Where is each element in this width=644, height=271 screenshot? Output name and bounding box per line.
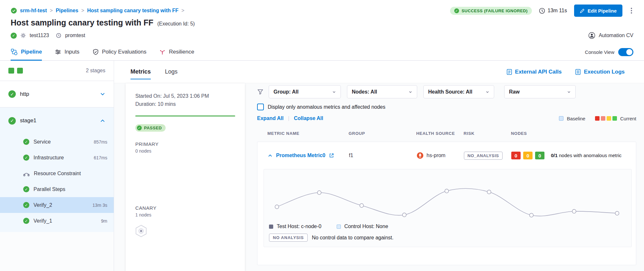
api-calls-icon bbox=[506, 69, 512, 75]
pipeline-icon bbox=[11, 48, 18, 55]
group-filter-dropdown[interactable]: Group: All bbox=[269, 85, 341, 98]
chevron-up-icon[interactable] bbox=[100, 118, 105, 124]
link-divider: | bbox=[288, 115, 289, 121]
breadcrumb-pipelines[interactable]: Pipelines bbox=[56, 8, 78, 14]
tab-logs[interactable]: Logs bbox=[165, 61, 178, 83]
anomalous-only-checkbox[interactable] bbox=[257, 104, 264, 110]
console-view-toggle[interactable] bbox=[618, 48, 633, 56]
passed-check-icon: ✓ bbox=[137, 125, 142, 130]
test-host-swatch bbox=[269, 225, 273, 229]
anomalous-count-badge: 0 bbox=[511, 152, 521, 159]
expand-all-link[interactable]: Expand All bbox=[257, 115, 284, 121]
primary-label: PRIMARY bbox=[135, 141, 235, 147]
chevron-down-icon[interactable] bbox=[100, 91, 105, 97]
execution-logs-link[interactable]: Execution Logs bbox=[575, 69, 625, 75]
trigger-name[interactable]: promtest bbox=[65, 33, 85, 38]
current-yellow-swatch bbox=[607, 116, 611, 121]
user-avatar-icon bbox=[588, 32, 595, 39]
stage-success-icon: ✓ bbox=[8, 90, 16, 98]
nodes-summary: 0/1 nodes with anomalous metric bbox=[551, 152, 621, 159]
step-row-parallel-steps[interactable]: ✓ Parallel Steps bbox=[0, 181, 114, 197]
service-name[interactable]: test1123 bbox=[30, 33, 49, 38]
metric-line-chart bbox=[269, 173, 626, 222]
external-api-calls-link[interactable]: External API Calls bbox=[506, 69, 562, 75]
collapse-metric-chevron-icon[interactable] bbox=[268, 153, 273, 158]
step-duration: 617ms bbox=[94, 155, 107, 160]
execution-id: (Execution Id: 5) bbox=[157, 21, 195, 27]
metric-row: Prometheus Metric0 f1 hs-prom NO_ANALYSI… bbox=[257, 142, 636, 169]
step-row-resource-constraint[interactable]: Resource Constraint bbox=[0, 166, 114, 181]
step-row-service[interactable]: ✓ Service 857ms bbox=[0, 134, 114, 150]
stage-status-square bbox=[8, 68, 14, 74]
filter-icon[interactable] bbox=[257, 89, 264, 95]
no-analysis-badge: NO ANALYSIS bbox=[269, 234, 308, 242]
chart-legend: Baseline Current bbox=[559, 116, 636, 121]
metric-row-card: Prometheus Metric0 f1 hs-prom NO_ANALYSI… bbox=[257, 142, 636, 265]
prometheus-icon bbox=[417, 152, 424, 159]
health-source-filter-dropdown[interactable]: Health Source: All bbox=[423, 85, 494, 98]
trigger-icon bbox=[56, 33, 62, 38]
no-analysis-message: No control data to compare against. bbox=[312, 235, 393, 241]
step-success-icon: ✓ bbox=[23, 186, 29, 192]
chevron-down-icon bbox=[567, 90, 571, 94]
breadcrumb-separator: > bbox=[50, 8, 53, 14]
step-success-icon: ✓ bbox=[23, 139, 29, 145]
current-green-swatch bbox=[612, 116, 617, 121]
triggered-by-user: Automation CV bbox=[599, 33, 633, 38]
current-legend-label: Current bbox=[620, 116, 636, 121]
baseline-legend-swatch bbox=[559, 116, 563, 121]
step-duration: 9m bbox=[101, 218, 107, 224]
tab-metrics[interactable]: Metrics bbox=[130, 61, 151, 83]
canary-label: CANARY bbox=[135, 205, 235, 211]
external-link-icon[interactable] bbox=[329, 153, 334, 158]
canary-node-count: 1 nodes bbox=[135, 212, 235, 217]
passed-badge: ✓ PASSED bbox=[135, 124, 166, 132]
service-status-icon: ✓ bbox=[11, 33, 17, 39]
execution-logs-icon bbox=[575, 69, 581, 75]
page-title: Host sampling canary testing with FF bbox=[11, 18, 153, 27]
step-row-verify-2[interactable]: ✓ Verify_2 13m 3s bbox=[0, 197, 114, 213]
col-metric-name: METRIC NAME bbox=[267, 131, 349, 136]
collapse-all-link[interactable]: Collapse All bbox=[294, 115, 323, 121]
chevron-down-icon bbox=[409, 90, 412, 94]
tab-resilience[interactable]: Resilience bbox=[159, 44, 194, 60]
step-duration: 857ms bbox=[94, 139, 107, 145]
stage-sidebar: 2 stages ✓ http ✓ stage1 ✓ bbox=[0, 61, 114, 271]
step-duration: 13m 3s bbox=[92, 203, 107, 208]
edit-pipeline-button[interactable]: Edit Pipeline bbox=[574, 5, 622, 17]
health-source-name: hs-prom bbox=[427, 153, 446, 158]
stage1-group: ✓ stage1 ✓ Service 857ms ✓ Infrastructur… bbox=[0, 107, 114, 232]
primary-node-count: 0 nodes bbox=[135, 148, 235, 154]
step-row-infrastructure[interactable]: ✓ Infrastructure 617ms bbox=[0, 150, 114, 166]
step-success-icon: ✓ bbox=[23, 218, 29, 224]
pencil-icon bbox=[580, 8, 585, 13]
nodes-filter-dropdown[interactable]: Nodes: All bbox=[347, 85, 417, 98]
stage-row-stage1[interactable]: ✓ stage1 bbox=[0, 107, 114, 134]
tab-pipeline[interactable]: Pipeline bbox=[11, 44, 42, 60]
view-mode-dropdown[interactable]: Raw bbox=[504, 85, 576, 98]
tab-inputs[interactable]: Inputs bbox=[55, 44, 79, 60]
breadcrumb-pipeline-name[interactable]: Host sampling canary testing with FF bbox=[87, 8, 179, 14]
metric-name-link[interactable]: Prometheus Metric0 bbox=[276, 153, 325, 158]
inputs-icon bbox=[55, 49, 61, 55]
resource-constraint-icon bbox=[23, 171, 30, 176]
canary-node-hexagon[interactable] bbox=[135, 225, 147, 237]
col-risk: RISK bbox=[464, 131, 511, 136]
risk-badge: NO_ANALYSIS bbox=[464, 152, 503, 160]
filter-row: Group: All Nodes: All Health Source: All bbox=[257, 85, 636, 98]
stage-row-http[interactable]: ✓ http bbox=[0, 81, 114, 107]
host-legend: Test Host: c-node-0 Control Host: None bbox=[269, 224, 626, 229]
chevron-down-icon bbox=[485, 90, 489, 94]
step-row-verify-1[interactable]: ✓ Verify_1 9m bbox=[0, 213, 114, 229]
metrics-strip: Metrics Logs External API Calls Executio… bbox=[114, 61, 644, 83]
tab-policy-evaluations[interactable]: Policy Evaluations bbox=[92, 44, 147, 60]
app-window: srm-hf-test > Pipelines > Host sampling … bbox=[0, 0, 644, 271]
breadcrumb: srm-hf-test > Pipelines > Host sampling … bbox=[11, 7, 184, 14]
control-host-label: Control Host: None bbox=[344, 224, 388, 229]
breadcrumb-project[interactable]: srm-hf-test bbox=[20, 8, 47, 14]
metrics-content: Group: All Nodes: All Health Source: All bbox=[245, 83, 644, 271]
stages-count: 2 stages bbox=[86, 68, 105, 74]
metrics-table-header: METRIC NAME GROUP HEALTH SOURCE RISK NOD… bbox=[257, 131, 636, 136]
more-options-icon[interactable] bbox=[630, 6, 633, 15]
test-host-label: Test Host: c-node-0 bbox=[277, 224, 322, 229]
